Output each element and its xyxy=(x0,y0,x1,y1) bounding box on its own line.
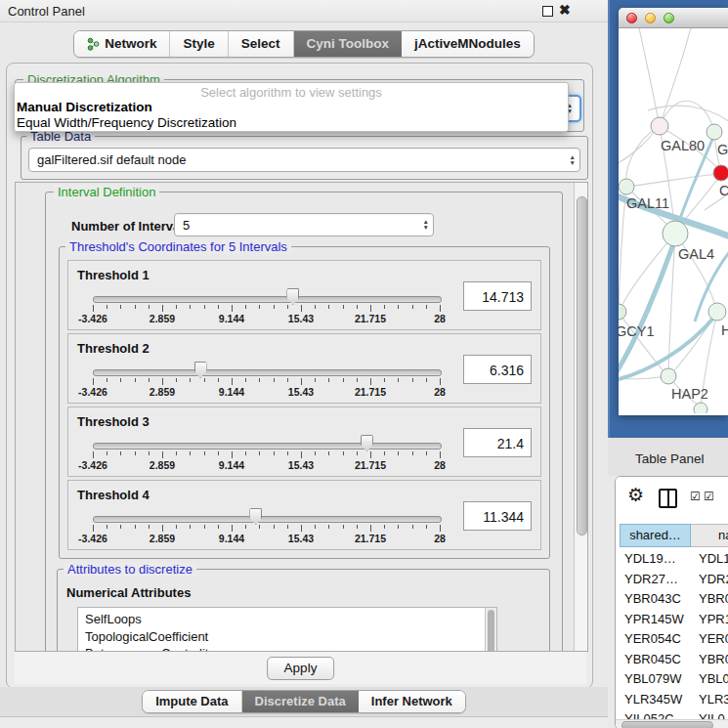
float-window-icon[interactable] xyxy=(542,6,553,17)
tab-select[interactable]: Select xyxy=(228,31,293,57)
dropdown-option[interactable]: Manual Discretization xyxy=(15,100,568,115)
attribute-list-item[interactable]: TopologicalCoefficient xyxy=(78,628,496,646)
network-node[interactable] xyxy=(707,124,722,140)
attributes-scrollbar[interactable] xyxy=(485,608,496,652)
table-data-combobox[interactable]: galFiltered.sif default node ▲▼ xyxy=(28,148,580,172)
network-node[interactable] xyxy=(708,303,726,321)
tick-label: 9.144 xyxy=(219,386,244,398)
bottom-tabs-group: Impute DataDiscretize DataInfer Network xyxy=(142,690,466,713)
tab-network[interactable]: Network xyxy=(74,31,169,57)
slider-tick-labels: -3.4262.8599.14415.4321.71528 xyxy=(93,386,440,398)
tick-label: 28 xyxy=(434,533,446,544)
network-node[interactable] xyxy=(619,304,626,320)
table-row[interactable]: YDL19…YDL1 xyxy=(620,549,728,570)
table-row[interactable]: YPR145WYPR1 xyxy=(620,610,728,630)
thresholds-title: Threshold's Coordinates for 5 Intervals xyxy=(65,239,291,254)
network-node[interactable] xyxy=(694,403,707,413)
apply-strip: Apply xyxy=(15,652,586,684)
node-label: GAL4 xyxy=(678,246,714,262)
control-panel-titlebar: Control Panel ✖ xyxy=(0,0,608,22)
table-row[interactable]: YLR345WYLR3 xyxy=(620,690,728,710)
checkbox-icon[interactable]: ☑ xyxy=(704,490,714,503)
close-traffic-light[interactable] xyxy=(626,13,637,23)
slider-track[interactable] xyxy=(93,443,442,450)
cell-name: YBR0 xyxy=(691,589,728,610)
tick-label: 21.715 xyxy=(355,386,386,398)
cell-name: YBL0 xyxy=(691,669,728,690)
zoom-traffic-light[interactable] xyxy=(664,13,674,23)
tick-label: 21.715 xyxy=(355,313,386,324)
slider-ticks xyxy=(93,525,440,533)
network-node[interactable] xyxy=(619,179,634,194)
tab-label: Network xyxy=(105,31,156,57)
network-node[interactable] xyxy=(651,117,668,135)
threshold-label: Threshold 3 xyxy=(77,414,150,429)
tick-label: 9.144 xyxy=(219,313,244,324)
network-icon xyxy=(87,37,100,51)
network-canvas[interactable]: GAL80GACGAL11GAL4GCY1HHAP2 xyxy=(619,28,728,413)
split-columns-icon[interactable] xyxy=(659,489,677,508)
dropdown-option[interactable]: Equal Width/Frequency Discretization xyxy=(15,115,568,131)
close-icon[interactable]: ✖ xyxy=(559,2,571,18)
slider-tick-labels: -3.4262.8599.14415.4321.71528 xyxy=(93,533,440,544)
table-row[interactable]: YER054CYER0 xyxy=(620,629,728,650)
number-of-intervals-value: 5 xyxy=(183,218,190,233)
interval-definition-group: Interval Definition Number of Intervals … xyxy=(45,192,563,652)
slider-ticks xyxy=(93,305,440,313)
slider-ticks xyxy=(93,451,440,459)
cell-name: YDR2 xyxy=(691,570,728,590)
tick-label: 21.715 xyxy=(355,459,386,471)
network-node[interactable] xyxy=(661,368,676,384)
table-panel-card: ⚙ ☑ ☑ shared… na YDL19…YDL1YDR27…YDR2YBR… xyxy=(615,476,728,728)
slider-tick-labels: -3.4262.8599.14415.4321.71528 xyxy=(93,313,440,324)
slider-track[interactable] xyxy=(93,296,442,303)
network-node[interactable] xyxy=(713,165,728,181)
slider-tick-labels: -3.4262.8599.14415.4321.71528 xyxy=(93,459,440,471)
table-row[interactable]: YBL079WYBL0 xyxy=(620,669,728,690)
settings-scrollpane: Interval Definition Number of Intervals … xyxy=(15,182,588,652)
attribute-list-item[interactable]: SelfLoops xyxy=(78,608,496,628)
tab-infer-network[interactable]: Infer Network xyxy=(359,691,465,712)
column-header-shared-name[interactable]: shared… xyxy=(620,524,691,547)
numerical-attributes-list[interactable]: SelfLoopsTopologicalCoefficientBetweenne… xyxy=(77,607,497,652)
apply-button[interactable]: Apply xyxy=(267,657,335,680)
threshold-value-field[interactable]: 14.713 xyxy=(463,281,532,311)
table-row[interactable]: YBR045CYBR0 xyxy=(620,650,728,670)
table-row[interactable]: YBR043CYBR0 xyxy=(620,589,728,610)
number-of-intervals-combobox[interactable]: 5 ▲▼ xyxy=(174,213,434,236)
checkbox-icon[interactable]: ☑ xyxy=(690,490,701,503)
column-header-name[interactable]: na xyxy=(691,524,728,547)
gear-icon[interactable]: ⚙ xyxy=(627,484,644,506)
tick-label: -3.426 xyxy=(78,386,107,398)
minimize-traffic-light[interactable] xyxy=(645,13,656,23)
settings-scrollbar[interactable] xyxy=(574,183,587,651)
tab-style[interactable]: Style xyxy=(169,31,227,57)
down-arrow-icon: ▼ xyxy=(423,225,429,231)
table-row[interactable]: YDR27…YDR2 xyxy=(620,570,728,590)
tick-label: 28 xyxy=(434,459,446,471)
tab-jactivemnodules[interactable]: jActiveMNodules xyxy=(402,31,534,57)
threshold-value-field[interactable]: 11.344 xyxy=(463,501,532,531)
threshold-value-field[interactable]: 6.316 xyxy=(463,355,532,384)
tab-label: Select xyxy=(241,31,280,57)
cell-shared-name: YPR145W xyxy=(620,610,691,630)
threshold-panel: Threshold 2-3.4262.8599.14415.4321.71528… xyxy=(67,333,541,404)
network-node[interactable] xyxy=(663,221,688,246)
attribute-list-item[interactable]: BetweennessCentrality xyxy=(78,645,496,652)
threshold-value-field[interactable]: 21.4 xyxy=(463,428,532,457)
tab-discretize-data[interactable]: Discretize Data xyxy=(241,691,359,712)
slider-track[interactable] xyxy=(93,369,442,376)
tick-label: -3.426 xyxy=(78,313,107,324)
tick-label: 9.144 xyxy=(219,459,244,471)
threshold-label: Threshold 4 xyxy=(77,488,150,502)
table-header-row: shared… na xyxy=(620,524,728,547)
table-horizontal-scrollbar[interactable] xyxy=(616,719,728,728)
table-panel-header: Table Panel xyxy=(608,438,728,476)
tick-label: 2.859 xyxy=(150,533,175,544)
thresholds-group: Threshold's Coordinates for 5 Intervals … xyxy=(59,246,550,559)
tab-impute-data[interactable]: Impute Data xyxy=(143,691,240,712)
threshold-panel: Threshold 3-3.4262.8599.14415.4321.71528… xyxy=(67,407,541,477)
slider-track[interactable] xyxy=(93,516,442,523)
tab-cyni-toolbox[interactable]: Cyni Toolbox xyxy=(293,31,403,57)
cell-shared-name: YER054C xyxy=(620,629,691,650)
